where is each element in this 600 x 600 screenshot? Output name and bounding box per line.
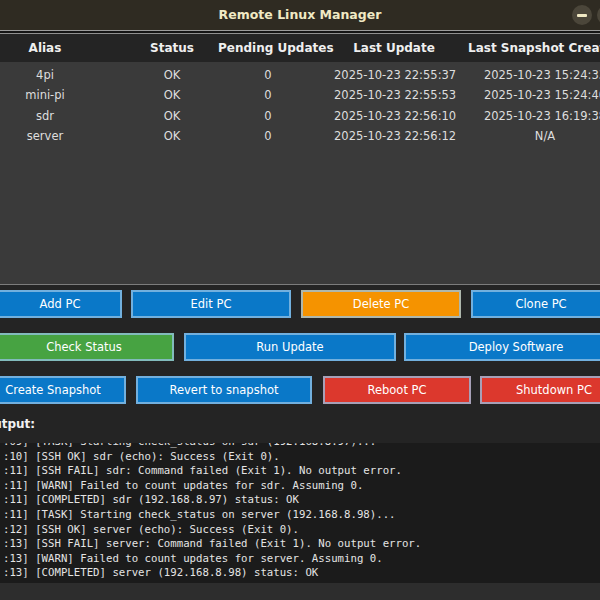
titlebar: Remote Linux Manager [0,0,600,30]
log-line: :12] [SSH OK] server (echo): Success (Ex… [3,523,600,538]
cell-alias: 4pi [0,65,90,85]
cell-last_snapshot: 2025-10-23 16:19:38 [465,106,600,126]
cell-last_update: 2025-10-23 22:56:12 [334,126,454,146]
button-panel: Add PC Edit PC Delete PC Clone PC Check … [0,285,600,443]
cell-last_update: 2025-10-23 22:55:37 [334,65,454,85]
cell-last_update: 2025-10-23 22:55:53 [334,85,454,105]
table-row[interactable]: sdrOK02025-10-23 22:56:102025-10-23 16:1… [0,106,600,126]
cell-pending: 0 [218,106,318,126]
clone-pc-button[interactable]: Clone PC [471,290,600,318]
add-pc-button[interactable]: Add PC [0,290,122,318]
cell-status: OK [127,126,217,146]
app-window: Remote Linux Manager AliasStatusPending … [0,0,600,600]
cell-status: OK [127,106,217,126]
cell-last_snapshot: 2025-10-23 15:24:33 [465,65,600,85]
log-line: :13] [COMPLETED] server (192.168.8.98) s… [3,566,600,581]
edit-pc-button[interactable]: Edit PC [131,290,291,318]
log-output[interactable]: :09] [TASK] Starting check_status on sdr… [0,443,600,583]
table-row[interactable]: serverOK02025-10-23 22:56:12N/A [0,126,600,146]
reboot-pc-button[interactable]: Reboot PC [323,376,471,404]
window-bottom-strip [0,583,600,600]
cell-pending: 0 [218,85,318,105]
run-update-button[interactable]: Run Update [184,333,396,361]
table-header: AliasStatusPending UpdatesLast UpdateLas… [0,34,600,62]
cell-alias: mini-pi [0,85,90,105]
log-line: :13] [WARN] Failed to count updates for … [3,552,600,567]
cell-alias: server [0,126,90,146]
log-line: :09] [TASK] Starting check_status on sdr… [3,443,600,450]
log-line: :11] [COMPLETED] sdr (192.168.8.97) stat… [3,493,600,508]
table-row[interactable]: mini-piOK02025-10-23 22:55:532025-10-23 … [0,85,600,105]
cell-status: OK [127,85,217,105]
window-title: Remote Linux Manager [0,0,600,30]
column-header-status[interactable]: Status [127,34,217,62]
cell-alias: sdr [0,106,90,126]
cell-pending: 0 [218,126,318,146]
pc-table[interactable]: 4piOK02025-10-23 22:55:372025-10-23 15:2… [0,62,600,284]
cell-last_snapshot: N/A [465,126,600,146]
column-header-last-snapshot-created[interactable]: Last Snapshot Created [465,34,600,62]
log-line: :13] [SSH FAIL] server: Command failed (… [3,537,600,552]
column-header-alias[interactable]: Alias [0,34,90,62]
cell-pending: 0 [218,65,318,85]
deploy-software-button[interactable]: Deploy Software [404,333,600,361]
log-line: :10] [SSH OK] sdr (echo): Success (Exit … [3,450,600,465]
column-header-last-update[interactable]: Last Update [334,34,454,62]
log-line: :11] [WARN] Failed to count updates for … [3,479,600,494]
revert-snapshot-button[interactable]: Revert to snapshot [136,376,312,404]
create-snapshot-button[interactable]: Create Snapshot [0,376,126,404]
log-line: :11] [SSH FAIL] sdr: Command failed (Exi… [3,464,600,479]
minimize-icon [577,14,587,17]
log-lines: :09] [TASK] Starting check_status on sdr… [0,443,600,581]
delete-pc-button[interactable]: Delete PC [301,290,461,318]
cell-last_update: 2025-10-23 22:56:10 [334,106,454,126]
cell-last_snapshot: 2025-10-23 15:24:40 [465,85,600,105]
log-line: :11] [TASK] Starting check_status on ser… [3,508,600,523]
check-status-button[interactable]: Check Status [0,333,174,361]
table-row[interactable]: 4piOK02025-10-23 22:55:372025-10-23 15:2… [0,65,600,85]
cell-status: OK [127,65,217,85]
column-header-pending-updates[interactable]: Pending Updates [218,34,318,62]
minimize-button[interactable] [572,5,592,25]
shutdown-pc-button[interactable]: Shutdown PC [480,376,600,404]
output-label: Output: [0,417,35,431]
